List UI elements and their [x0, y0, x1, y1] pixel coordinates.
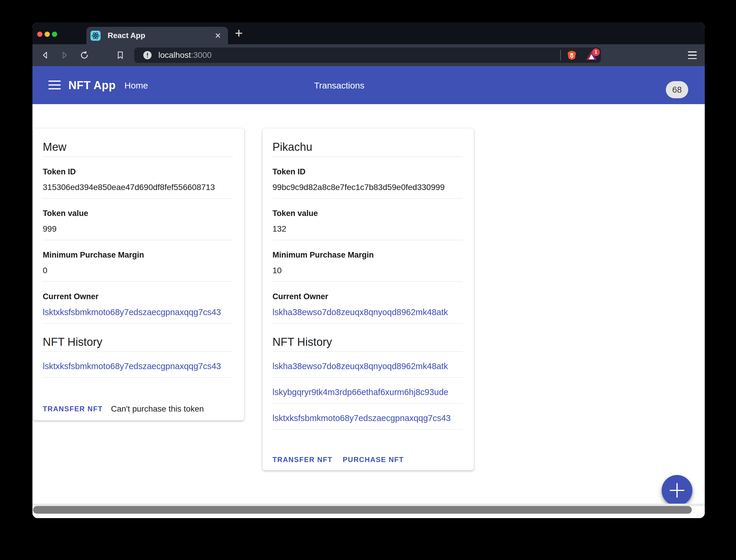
rewards-notification-badge[interactable]: 1 — [592, 48, 600, 56]
token-id-value: 99bc9c9d82a8c8e7fec1c7b83d59e0fed330999 — [273, 182, 474, 192]
card-title: Mew — [43, 140, 233, 154]
forward-icon[interactable] — [60, 50, 69, 60]
tab-close-icon[interactable]: ✕ — [213, 31, 223, 40]
divider — [273, 429, 463, 430]
field-label: Token ID — [43, 167, 244, 177]
divider — [273, 198, 463, 199]
browser-menu-icon[interactable] — [688, 51, 697, 59]
field-label: Token value — [43, 209, 244, 218]
page-content: Mew Token ID 315306ed394e850eae47d690df8… — [32, 104, 705, 504]
field-label: Current Owner — [273, 292, 474, 302]
scrollbar-thumb[interactable] — [33, 506, 692, 514]
history-link[interactable]: lskybgqryr9tk4m3rdp66ethaf6xurm6hj8c93ud… — [273, 387, 474, 397]
back-icon[interactable] — [41, 50, 50, 60]
react-favicon-icon — [91, 31, 101, 41]
history-link[interactable]: lsktxksfsbmkmoto68y7edszaecgpnaxqqg7cs43 — [273, 413, 474, 423]
add-nft-fab-button[interactable] — [662, 475, 692, 506]
tab-strip: React App ✕ + — [32, 22, 705, 44]
divider — [273, 377, 463, 378]
url-host: localhost — [158, 50, 191, 60]
transfer-nft-button[interactable]: TRANSFER NFT — [38, 401, 107, 417]
browser-tab[interactable]: React App ✕ — [86, 27, 228, 44]
divider — [273, 240, 463, 240]
window-close-button[interactable] — [37, 32, 42, 37]
history-link[interactable]: lskha38ewso7do8zeuqx8qnyoqd8962mk48atk — [273, 361, 474, 371]
tab-title: React App — [108, 31, 145, 40]
browser-toolbar: localhost:3000 1 — [32, 44, 705, 66]
app-menu-icon[interactable] — [48, 81, 61, 89]
address-bar-divider — [560, 50, 561, 60]
card-title: Pikachu — [273, 140, 463, 154]
divider — [273, 157, 463, 157]
divider — [43, 281, 233, 282]
token-value: 999 — [43, 224, 244, 234]
site-info-icon[interactable] — [143, 51, 152, 60]
divider — [273, 281, 463, 282]
divider — [43, 157, 233, 157]
card-actions: TRANSFER NFT Can't purchase this token — [33, 401, 244, 417]
bookmark-icon[interactable] — [116, 50, 125, 60]
field-label: Token value — [273, 209, 474, 218]
address-bar[interactable]: localhost:3000 1 — [134, 48, 601, 63]
nft-card-pikachu: Pikachu Token ID 99bc9c9d82a8c8e7fec1c7b… — [263, 128, 474, 470]
window-controls — [37, 32, 57, 37]
token-id-value: 315306ed394e850eae47d690df8fef556608713 — [43, 182, 244, 192]
divider — [273, 323, 463, 324]
brave-shields-icon[interactable] — [567, 50, 577, 60]
transaction-count-badge: 68 — [666, 81, 688, 98]
min-purchase-margin-value: 10 — [273, 266, 474, 276]
nav-home-link[interactable]: Home — [124, 81, 148, 91]
current-owner-link[interactable]: lskha38ewso7do8zeuqx8qnyoqd8962mk48atk — [273, 307, 474, 317]
nft-card-mew: Mew Token ID 315306ed394e850eae47d690df8… — [33, 128, 244, 420]
card-actions: TRANSFER NFT PURCHASE NFT — [263, 451, 474, 468]
browser-window: React App ✕ + — [32, 22, 705, 518]
field-label: Current Owner — [43, 292, 244, 302]
divider — [43, 377, 233, 378]
history-link[interactable]: lsktxksfsbmkmoto68y7edszaecgpnaxqqg7cs43 — [43, 361, 244, 371]
window-minimize-button[interactable] — [45, 32, 50, 37]
purchase-disabled-note: Can't purchase this token — [111, 404, 204, 414]
divider — [43, 351, 233, 352]
divider — [43, 240, 233, 240]
field-label: Minimum Purchase Margin — [43, 250, 244, 260]
nav-transactions-link[interactable]: Transactions — [314, 81, 365, 91]
window-zoom-button[interactable] — [52, 32, 57, 37]
divider — [273, 403, 463, 404]
url-text: localhost:3000 — [158, 50, 212, 60]
field-label: Minimum Purchase Margin — [273, 250, 474, 260]
new-tab-button[interactable]: + — [232, 25, 246, 42]
current-owner-link[interactable]: lsktxksfsbmkmoto68y7edszaecgpnaxqqg7cs43 — [43, 307, 244, 317]
history-title: NFT History — [43, 335, 233, 349]
divider — [43, 198, 233, 199]
reload-icon[interactable] — [80, 50, 89, 60]
purchase-nft-button[interactable]: PURCHASE NFT — [338, 451, 408, 468]
min-purchase-margin-value: 0 — [43, 266, 244, 276]
horizontal-scrollbar — [32, 504, 705, 518]
divider — [273, 351, 463, 352]
token-value: 132 — [273, 224, 474, 234]
app-bar: NFT App Home Transactions 68 — [32, 66, 705, 104]
transfer-nft-button[interactable]: TRANSFER NFT — [268, 451, 337, 468]
history-title: NFT History — [273, 335, 463, 349]
app-title: NFT App — [68, 79, 116, 92]
url-port: :3000 — [191, 50, 212, 60]
field-label: Token ID — [273, 167, 474, 177]
divider — [43, 323, 233, 324]
